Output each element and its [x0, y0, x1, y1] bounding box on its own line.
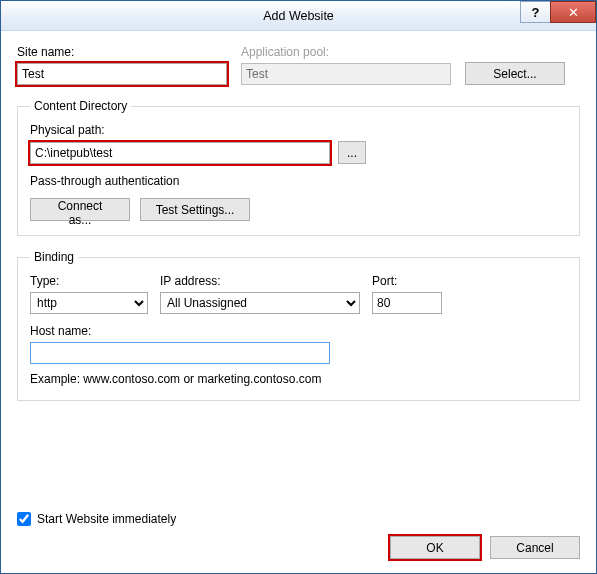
ip-address-label: IP address:	[160, 274, 360, 288]
help-button[interactable]: ?	[520, 1, 550, 23]
type-select[interactable]: http	[30, 292, 148, 314]
window-title: Add Website	[1, 9, 596, 23]
binding-legend: Binding	[30, 250, 78, 264]
content-directory-group: Content Directory Physical path: ... Pas…	[17, 99, 580, 236]
content-directory-legend: Content Directory	[30, 99, 131, 113]
help-icon: ?	[532, 5, 540, 20]
browse-button[interactable]: ...	[338, 141, 366, 164]
host-name-input[interactable]	[30, 342, 330, 364]
passthrough-label: Pass-through authentication	[30, 174, 567, 188]
test-settings-button[interactable]: Test Settings...	[140, 198, 250, 221]
select-button[interactable]: Select...	[465, 62, 565, 85]
connect-as-button[interactable]: Connect as...	[30, 198, 130, 221]
physical-path-label: Physical path:	[30, 123, 567, 137]
cancel-button[interactable]: Cancel	[490, 536, 580, 559]
close-icon: ✕	[568, 5, 579, 20]
site-name-input[interactable]	[17, 63, 227, 85]
dialog-footer: Start Website immediately OK Cancel	[17, 512, 580, 559]
application-pool-input	[241, 63, 451, 85]
add-website-dialog: Add Website ? ✕ Site name: Application p…	[0, 0, 597, 574]
ok-button[interactable]: OK	[390, 536, 480, 559]
start-immediately-checkbox[interactable]	[17, 512, 31, 526]
type-label: Type:	[30, 274, 148, 288]
site-name-label: Site name:	[17, 45, 227, 59]
close-button[interactable]: ✕	[550, 1, 596, 23]
titlebar: Add Website ? ✕	[1, 1, 596, 31]
physical-path-input[interactable]	[30, 142, 330, 164]
window-controls: ? ✕	[520, 1, 596, 23]
port-input[interactable]	[372, 292, 442, 314]
binding-group: Binding Type: http IP address: All Unass…	[17, 250, 580, 401]
dialog-body: Site name: Application pool: Select... C…	[1, 31, 596, 425]
port-label: Port:	[372, 274, 442, 288]
start-immediately-label: Start Website immediately	[37, 512, 176, 526]
host-name-example: Example: www.contoso.com or marketing.co…	[30, 372, 567, 386]
host-name-label: Host name:	[30, 324, 330, 338]
ip-address-select[interactable]: All Unassigned	[160, 292, 360, 314]
application-pool-label: Application pool:	[241, 45, 451, 59]
